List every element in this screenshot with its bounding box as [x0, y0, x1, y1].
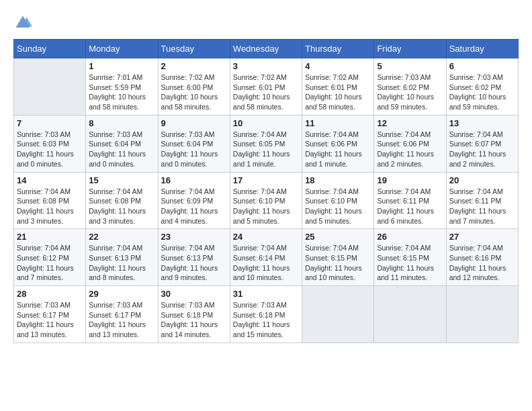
day-number: 14: [17, 175, 83, 185]
sunrise-label: Sunrise: 7:02 AM: [161, 73, 215, 81]
sunrise-label: Sunrise: 7:04 AM: [377, 187, 431, 195]
calendar-cell: 13 Sunrise: 7:04 AM Sunset: 6:07 PM Dayl…: [446, 115, 518, 172]
sunset-label: Sunset: 6:08 PM: [89, 197, 141, 205]
sunset-label: Sunset: 6:07 PM: [449, 140, 502, 148]
day-info: Sunrise: 7:03 AM Sunset: 6:02 PM Dayligh…: [449, 73, 515, 112]
day-info: Sunrise: 7:04 AM Sunset: 6:15 PM Dayligh…: [377, 243, 443, 283]
sunset-label: Sunset: 6:13 PM: [89, 254, 141, 262]
daylight-label: Daylight: 10 hours and 59 minutes.: [449, 93, 506, 111]
sunrise-label: Sunrise: 7:02 AM: [233, 73, 287, 81]
calendar-cell: 12 Sunrise: 7:04 AM Sunset: 6:06 PM Dayl…: [374, 115, 446, 172]
daylight-label: Daylight: 11 hours and 14 minutes.: [161, 320, 218, 338]
sunrise-label: Sunrise: 7:04 AM: [17, 187, 71, 195]
day-of-week-header: Wednesday: [230, 40, 302, 58]
sunrise-label: Sunrise: 7:04 AM: [89, 187, 142, 195]
day-number: 19: [377, 175, 443, 185]
day-info: Sunrise: 7:04 AM Sunset: 6:10 PM Dayligh…: [305, 187, 371, 226]
sunrise-label: Sunrise: 7:03 AM: [17, 301, 71, 309]
calendar-cell: 8 Sunrise: 7:03 AM Sunset: 6:04 PM Dayli…: [86, 115, 158, 172]
day-info: Sunrise: 7:01 AM Sunset: 5:59 PM Dayligh…: [89, 73, 154, 112]
sunset-label: Sunset: 6:09 PM: [161, 197, 214, 205]
day-info: Sunrise: 7:03 AM Sunset: 6:17 PM Dayligh…: [89, 300, 154, 340]
day-number: 1: [89, 61, 154, 71]
calendar-cell: 2 Sunrise: 7:02 AM Sunset: 6:00 PM Dayli…: [158, 58, 230, 116]
daylight-label: Daylight: 11 hours and 0 minutes.: [89, 150, 146, 168]
calendar-header-row: SundayMondayTuesdayWednesdayThursdayFrid…: [14, 40, 519, 58]
day-number: 6: [449, 61, 515, 71]
page-header: [13, 13, 519, 32]
daylight-label: Daylight: 11 hours and 5 minutes.: [305, 207, 362, 225]
logo: [13, 13, 35, 32]
day-number: 8: [89, 118, 154, 128]
daylight-label: Daylight: 11 hours and 0 minutes.: [161, 150, 218, 168]
calendar-cell: [446, 286, 518, 343]
calendar-cell: 22 Sunrise: 7:04 AM Sunset: 6:13 PM Dayl…: [86, 229, 158, 286]
day-info: Sunrise: 7:03 AM Sunset: 6:04 PM Dayligh…: [161, 130, 227, 169]
day-number: 18: [305, 175, 371, 185]
sunrise-label: Sunrise: 7:04 AM: [17, 244, 71, 252]
sunrise-label: Sunrise: 7:04 AM: [377, 130, 431, 138]
sunrise-label: Sunrise: 7:02 AM: [305, 73, 359, 81]
calendar-cell: 27 Sunrise: 7:04 AM Sunset: 6:16 PM Dayl…: [446, 229, 518, 286]
daylight-label: Daylight: 11 hours and 7 minutes.: [449, 207, 506, 225]
day-info: Sunrise: 7:03 AM Sunset: 6:02 PM Dayligh…: [377, 73, 443, 112]
sunset-label: Sunset: 6:02 PM: [449, 83, 502, 91]
sunrise-label: Sunrise: 7:03 AM: [161, 301, 215, 309]
calendar-cell: 29 Sunrise: 7:03 AM Sunset: 6:17 PM Dayl…: [86, 286, 158, 343]
daylight-label: Daylight: 11 hours and 13 minutes.: [89, 320, 146, 338]
sunset-label: Sunset: 5:59 PM: [89, 83, 141, 91]
sunset-label: Sunset: 6:16 PM: [449, 254, 502, 262]
day-info: Sunrise: 7:04 AM Sunset: 6:08 PM Dayligh…: [89, 187, 154, 226]
day-of-week-header: Friday: [374, 40, 446, 58]
day-number: 22: [89, 232, 154, 242]
sunset-label: Sunset: 6:04 PM: [89, 140, 141, 148]
day-of-week-header: Thursday: [302, 40, 374, 58]
day-of-week-header: Saturday: [446, 40, 518, 58]
day-info: Sunrise: 7:04 AM Sunset: 6:16 PM Dayligh…: [449, 243, 515, 283]
sunset-label: Sunset: 6:10 PM: [233, 197, 285, 205]
day-info: Sunrise: 7:04 AM Sunset: 6:15 PM Dayligh…: [305, 243, 371, 283]
sunset-label: Sunset: 6:03 PM: [17, 140, 69, 148]
day-info: Sunrise: 7:03 AM Sunset: 6:04 PM Dayligh…: [89, 130, 154, 169]
daylight-label: Daylight: 11 hours and 2 minutes.: [377, 150, 434, 168]
day-number: 16: [161, 175, 227, 185]
daylight-label: Daylight: 10 hours and 58 minutes.: [305, 93, 362, 111]
daylight-label: Daylight: 11 hours and 10 minutes.: [305, 264, 362, 282]
daylight-label: Daylight: 11 hours and 11 minutes.: [377, 264, 434, 282]
calendar-cell: [374, 286, 446, 343]
day-info: Sunrise: 7:04 AM Sunset: 6:13 PM Dayligh…: [161, 243, 227, 283]
day-number: 27: [449, 232, 515, 242]
sunrise-label: Sunrise: 7:04 AM: [305, 187, 359, 195]
day-info: Sunrise: 7:04 AM Sunset: 6:11 PM Dayligh…: [449, 187, 515, 226]
day-info: Sunrise: 7:04 AM Sunset: 6:09 PM Dayligh…: [161, 187, 227, 226]
sunset-label: Sunset: 6:15 PM: [305, 254, 357, 262]
day-number: 10: [233, 118, 299, 128]
daylight-label: Daylight: 10 hours and 58 minutes.: [89, 93, 146, 111]
calendar-cell: 15 Sunrise: 7:04 AM Sunset: 6:08 PM Dayl…: [86, 172, 158, 229]
day-number: 2: [161, 61, 227, 71]
sunset-label: Sunset: 6:08 PM: [17, 197, 69, 205]
daylight-label: Daylight: 11 hours and 3 minutes.: [89, 207, 146, 225]
sunrise-label: Sunrise: 7:04 AM: [233, 244, 287, 252]
sunset-label: Sunset: 6:14 PM: [233, 254, 285, 262]
day-info: Sunrise: 7:04 AM Sunset: 6:14 PM Dayligh…: [233, 243, 299, 283]
sunrise-label: Sunrise: 7:04 AM: [449, 187, 503, 195]
daylight-label: Daylight: 11 hours and 0 minutes.: [17, 150, 74, 168]
sunset-label: Sunset: 6:02 PM: [377, 83, 429, 91]
sunset-label: Sunset: 6:01 PM: [305, 83, 357, 91]
calendar-cell: 4 Sunrise: 7:02 AM Sunset: 6:01 PM Dayli…: [302, 58, 374, 116]
day-info: Sunrise: 7:02 AM Sunset: 6:00 PM Dayligh…: [161, 73, 227, 112]
calendar-cell: 26 Sunrise: 7:04 AM Sunset: 6:15 PM Dayl…: [374, 229, 446, 286]
daylight-label: Daylight: 11 hours and 3 minutes.: [17, 207, 74, 225]
day-info: Sunrise: 7:04 AM Sunset: 6:07 PM Dayligh…: [449, 130, 515, 169]
daylight-label: Daylight: 11 hours and 9 minutes.: [161, 264, 218, 282]
sunrise-label: Sunrise: 7:04 AM: [89, 244, 142, 252]
day-number: 7: [17, 118, 83, 128]
calendar-cell: 28 Sunrise: 7:03 AM Sunset: 6:17 PM Dayl…: [14, 286, 86, 343]
daylight-label: Daylight: 11 hours and 4 minutes.: [161, 207, 218, 225]
day-info: Sunrise: 7:03 AM Sunset: 6:17 PM Dayligh…: [17, 300, 83, 340]
sunset-label: Sunset: 6:18 PM: [161, 311, 214, 319]
sunrise-label: Sunrise: 7:04 AM: [161, 187, 215, 195]
calendar-week-row: 21 Sunrise: 7:04 AM Sunset: 6:12 PM Dayl…: [14, 229, 519, 286]
day-number: 4: [305, 61, 371, 71]
